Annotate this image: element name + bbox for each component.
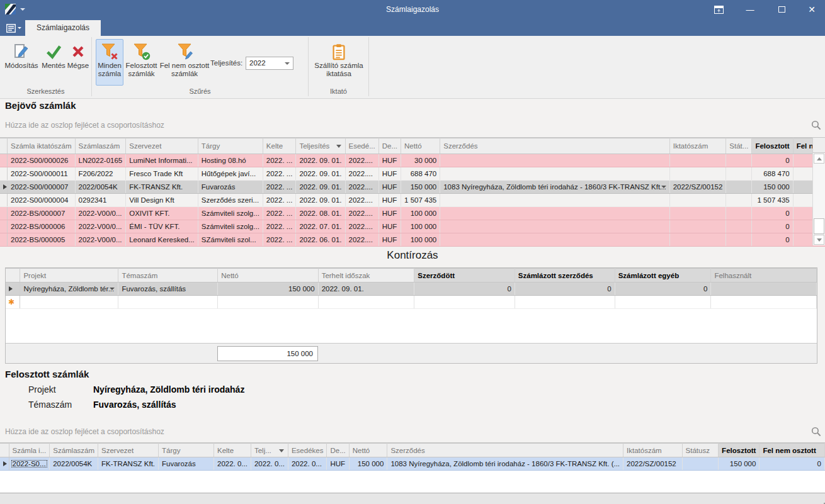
app-menu-button[interactable] [4,21,23,35]
grid-cell[interactable] [669,233,726,247]
grid-cell[interactable]: 2022-S00/000004 [8,194,76,207]
grid-cell[interactable]: Számviteli szolg... [198,220,263,233]
grid-cell[interactable]: 2022-V00/0... [75,220,126,233]
table-row[interactable]: ✱ [6,296,817,309]
column-header[interactable]: Számla iktatószám [8,138,76,154]
grid-cell[interactable]: Fuvarozás [198,181,263,194]
grid-cell[interactable]: LN2022-0165 [75,154,126,167]
grid-cell[interactable]: F206/2022 [75,167,126,181]
grid-cell[interactable]: 150 000 [349,457,387,471]
grid-cell[interactable]: 0 [752,207,793,220]
grid-cell[interactable]: 2022-S0... [9,457,50,471]
table-row[interactable]: 2022-BS/0000062022-V00/0...ÉMI - TÜV KFT… [0,220,825,233]
grid-cell[interactable]: 150 000 [719,457,760,471]
table-row[interactable]: 2022-S00/000011F206/2022Fresco Trade Kft… [0,167,825,181]
grid-cell[interactable]: 1083 Nyíregyháza, Zöldlomb téri irodaház… [387,457,623,471]
grid-cell[interactable]: Hosting 08.hó [198,154,263,167]
row-indicator[interactable] [0,457,9,471]
grid-cell[interactable]: 688 470 [752,167,793,181]
column-header[interactable]: Iktatószám [623,444,683,457]
column-header[interactable]: Szerződött [414,269,515,283]
grid-cell[interactable]: HUF [378,220,401,233]
grid-cell[interactable]: 2022.... [345,181,378,194]
grid-cell[interactable]: 2022.... [345,233,378,247]
column-header[interactable]: Státusz [682,444,719,457]
column-header[interactable]: Kelte [214,444,251,457]
grid-cell[interactable]: 2022. 09. 01. [318,283,414,296]
grid-cell[interactable]: 2022. 06. 01. [296,233,345,247]
grid-cell[interactable] [682,457,719,471]
scroll-up-button[interactable] [814,154,824,164]
grid-cell[interactable]: Fuvarozás [159,457,214,471]
grid-cell[interactable]: 2022. 08. 01. [296,207,345,220]
close-button[interactable]: ✕ [801,0,822,19]
grid-cell[interactable]: 2022. 09. 01. [296,194,345,207]
column-header[interactable]: Teljesítés [296,138,345,154]
minimize-button[interactable]: — [739,0,761,19]
grid-cell[interactable] [711,283,817,296]
groupby-bar-allocated[interactable]: Húzza ide az oszlop fejlécet a csoportos… [0,422,825,441]
grid-cell[interactable]: Nyíregyháza, Zöldlomb tér... [20,283,118,296]
teljesites-combobox[interactable]: 2022 [246,57,293,70]
column-header[interactable]: Nettó [218,269,318,283]
grid-cell[interactable]: 2022-S00/000011 [8,167,76,181]
grid-cell[interactable]: 2022. 0... [251,457,288,471]
grid-cell[interactable]: Hűtőgépek javí... [198,167,263,181]
grid-cell[interactable]: 2022. ... [263,181,296,194]
grid-cell[interactable]: 0 [752,220,793,233]
grid-cell[interactable] [414,296,515,309]
grid-cell[interactable]: 0 [752,233,793,247]
grid-cell[interactable]: 2022. 09. 01. [296,167,345,181]
grid-cell[interactable] [440,220,669,233]
grid-cell[interactable]: 1083 Nyíregyháza, Zöldlomb téri irodaház… [440,181,669,194]
column-header[interactable]: Szerződés [440,138,669,154]
grid-cell[interactable]: 2022-BS/000005 [8,233,76,247]
grid-cell[interactable] [669,194,726,207]
column-header[interactable]: Számlázott egyéb [615,269,711,283]
column-header[interactable]: Témaszám [118,269,218,283]
grid-cell[interactable]: 2022. ... [263,154,296,167]
grid-cell[interactable] [726,154,752,167]
megse-button[interactable]: Mégse [65,39,91,86]
grid-cell[interactable] [440,167,669,181]
column-header[interactable]: Felosztott [719,444,760,457]
row-indicator[interactable]: ✱ [6,296,20,309]
modositas-button[interactable]: Módosítás [3,39,40,86]
grid-cell[interactable]: 0 [515,283,615,296]
column-header[interactable]: Szervezet [126,138,198,154]
column-header[interactable]: Szervezet [98,444,159,457]
table-row[interactable]: 2022-S0...2022/0054KFK-TRANSZ Kft.Fuvaro… [0,457,825,471]
grid-cell[interactable]: HUF [378,154,401,167]
table-row[interactable]: 2022-BS/0000052022-V00/0...Leonard Keres… [0,233,825,247]
grid-cell[interactable]: 2022-S00/000007 [8,181,76,194]
grid-cell[interactable]: HUF [378,207,401,220]
column-header[interactable]: Iktatószám [669,138,726,154]
grid-cell[interactable]: 2022. 0... [214,457,251,471]
scroll-thumb[interactable] [814,218,824,234]
grid-cell[interactable]: Szerződés szeri... [198,194,263,207]
grid-cell[interactable]: 2022.... [345,207,378,220]
grid-cell[interactable] [726,181,752,194]
grid-cell[interactable]: 0 [615,283,711,296]
column-header[interactable]: Tárgy [159,444,214,457]
grid-cell[interactable]: 2022. 0... [288,457,327,471]
grid-cell[interactable] [711,296,817,309]
table-row[interactable]: Nyíregyháza, Zöldlomb tér...Fuvarozás, s… [6,283,817,296]
row-indicator[interactable] [0,154,8,167]
column-header[interactable]: Számlázott szerződés [515,269,615,283]
table-row[interactable]: 2022-BS/0000072022-V00/0...OXIVIT KFT.Sz… [0,207,825,220]
grid-cell[interactable] [515,296,615,309]
row-indicator[interactable] [0,233,8,247]
grid-cell[interactable]: 1 507 435 [401,194,440,207]
grid-cell[interactable]: 2022-S00/000026 [8,154,76,167]
grid-cell[interactable]: Vill Design Kft [126,194,198,207]
grid-cell[interactable]: Fresco Trade Kft [126,167,198,181]
felosztott-szamlak-button[interactable]: Felosztott számlák [124,39,159,86]
column-header[interactable]: Esedékes [288,444,327,457]
grid-cell[interactable]: 2022.... [345,167,378,181]
grid-cell[interactable] [669,154,726,167]
grid-cell[interactable]: 2022. 09. 01. [296,181,345,194]
grid-cell[interactable] [20,296,118,309]
column-header[interactable]: Projekt [20,269,118,283]
column-header[interactable]: De... [378,138,401,154]
